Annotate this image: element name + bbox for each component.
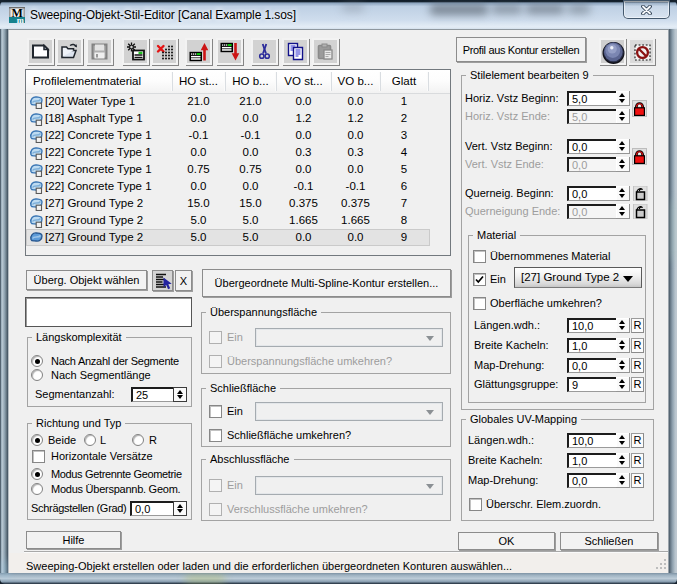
svg-text:m: m [17,15,24,23]
